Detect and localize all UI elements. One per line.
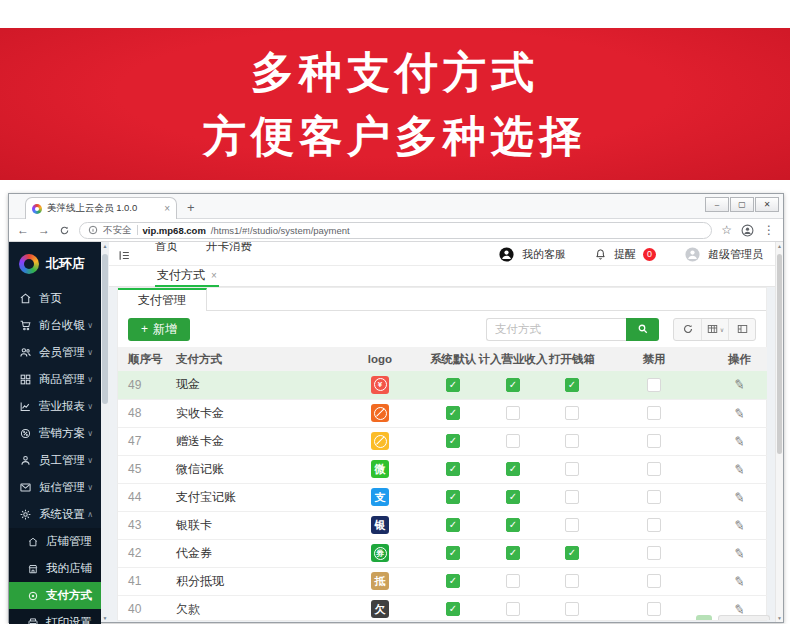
- system-default-checkbox[interactable]: [446, 462, 460, 476]
- pagination-partial-next[interactable]: [718, 615, 770, 620]
- search-input[interactable]: [486, 318, 626, 341]
- open-cashbox-checkbox[interactable]: [565, 602, 579, 616]
- tab-payment-management[interactable]: 支付管理: [118, 288, 207, 311]
- disabled-checkbox[interactable]: [647, 434, 661, 448]
- open-cashbox-checkbox[interactable]: [565, 434, 579, 448]
- system-default-checkbox[interactable]: [446, 574, 460, 588]
- disabled-checkbox[interactable]: [647, 406, 661, 420]
- disabled-checkbox[interactable]: [647, 378, 661, 392]
- edit-icon[interactable]: ✎: [733, 405, 746, 422]
- open-cashbox-checkbox[interactable]: [565, 406, 579, 420]
- notice-label[interactable]: 提醒: [614, 247, 636, 262]
- window-minimize-button[interactable]: –: [705, 197, 729, 212]
- table-row[interactable]: 42代金券券✎: [118, 539, 767, 567]
- layout-toggle-icon[interactable]: [728, 319, 755, 340]
- back-icon[interactable]: ←: [17, 223, 29, 237]
- tab-close-icon[interactable]: ×: [164, 203, 170, 214]
- browser-menu-icon[interactable]: ⋮: [763, 223, 775, 237]
- bookmark-star-icon[interactable]: ☆: [721, 223, 732, 237]
- open-cashbox-checkbox[interactable]: [565, 378, 579, 392]
- count-revenue-checkbox[interactable]: [506, 462, 520, 476]
- window-maximize-button[interactable]: ▢: [730, 197, 754, 212]
- scroll-up-icon[interactable]: ▲: [776, 242, 783, 250]
- system-default-checkbox[interactable]: [446, 378, 460, 392]
- admin-label[interactable]: 超级管理员: [708, 247, 763, 262]
- header-nav-home[interactable]: 首页: [155, 242, 178, 254]
- edit-icon[interactable]: ✎: [733, 489, 746, 506]
- disabled-checkbox[interactable]: [647, 462, 661, 476]
- sidebar-item-8[interactable]: 系统设置∧: [9, 501, 101, 528]
- new-tab-button[interactable]: +: [187, 200, 195, 215]
- sidebar-item-6[interactable]: 员工管理∨: [9, 447, 101, 474]
- edit-icon[interactable]: ✎: [733, 433, 746, 450]
- edit-icon[interactable]: ✎: [733, 376, 746, 393]
- table-row[interactable]: 41积分抵现抵✎: [118, 567, 767, 595]
- count-revenue-checkbox[interactable]: [506, 406, 520, 420]
- table-row[interactable]: 47赠送卡金✎: [118, 427, 767, 455]
- open-cashbox-checkbox[interactable]: [565, 574, 579, 588]
- sidebar-subitem-0[interactable]: 店铺管理: [9, 528, 101, 555]
- table-row[interactable]: 44支付宝记账支✎: [118, 483, 767, 511]
- open-cashbox-checkbox[interactable]: [565, 462, 579, 476]
- disabled-checkbox[interactable]: [647, 490, 661, 504]
- disabled-checkbox[interactable]: [647, 574, 661, 588]
- table-row[interactable]: 45微信记账微✎: [118, 455, 767, 483]
- open-cashbox-checkbox[interactable]: [565, 490, 579, 504]
- system-default-checkbox[interactable]: [446, 434, 460, 448]
- open-cashbox-checkbox[interactable]: [565, 518, 579, 532]
- count-revenue-checkbox[interactable]: [506, 546, 520, 560]
- table-row[interactable]: 40欠款欠✎: [118, 595, 767, 622]
- disabled-checkbox[interactable]: [647, 546, 661, 560]
- sidebar-scrollbar[interactable]: ▲ ▼: [101, 242, 109, 622]
- count-revenue-checkbox[interactable]: [506, 574, 520, 588]
- sidebar-item-3[interactable]: 商品管理∨: [9, 366, 101, 393]
- sidebar-item-4[interactable]: 营业报表∨: [9, 393, 101, 420]
- scroll-down-icon[interactable]: ▼: [101, 614, 109, 622]
- sidebar-subitem-2[interactable]: 支付方式: [9, 582, 101, 609]
- sidebar-scroll-thumb[interactable]: [102, 254, 108, 404]
- customer-service-label[interactable]: 我的客服: [522, 247, 566, 262]
- disabled-checkbox[interactable]: [647, 518, 661, 532]
- tab-payment-method[interactable]: 支付方式 ×: [155, 266, 219, 287]
- system-default-checkbox[interactable]: [446, 546, 460, 560]
- pagination-partial-active[interactable]: [696, 615, 712, 620]
- bell-icon[interactable]: [594, 248, 607, 261]
- refresh-icon[interactable]: [59, 225, 70, 236]
- count-revenue-checkbox[interactable]: [506, 378, 520, 392]
- search-button[interactable]: [626, 318, 659, 341]
- menu-fold-icon[interactable]: [118, 248, 131, 266]
- table-row[interactable]: 43银联卡银✎: [118, 511, 767, 539]
- edit-icon[interactable]: ✎: [733, 573, 746, 590]
- open-cashbox-checkbox[interactable]: [565, 546, 579, 560]
- scroll-down-icon[interactable]: ▼: [776, 614, 783, 622]
- browser-profile-icon[interactable]: [741, 224, 754, 237]
- system-default-checkbox[interactable]: [446, 406, 460, 420]
- window-close-button[interactable]: ✕: [755, 197, 779, 212]
- content-scroll-thumb[interactable]: [777, 254, 782, 454]
- address-bar[interactable]: 不安全 vip.mp68.com/htms1/#!/studio/system/…: [79, 222, 712, 239]
- count-revenue-checkbox[interactable]: [506, 602, 520, 616]
- forward-icon[interactable]: →: [38, 223, 50, 237]
- system-default-checkbox[interactable]: [446, 518, 460, 532]
- tab-close-icon[interactable]: ×: [211, 270, 217, 281]
- sidebar-item-1[interactable]: 前台收银∨: [9, 312, 101, 339]
- admin-avatar[interactable]: [684, 246, 701, 263]
- sidebar-item-0[interactable]: 首页: [9, 285, 101, 312]
- count-revenue-checkbox[interactable]: [506, 434, 520, 448]
- table-row[interactable]: 48实收卡金✎: [118, 399, 767, 427]
- sidebar-subitem-1[interactable]: 我的店铺: [9, 555, 101, 582]
- content-scrollbar[interactable]: ▲ ▼: [775, 242, 783, 622]
- columns-setting-icon[interactable]: ∨: [701, 319, 728, 340]
- edit-icon[interactable]: ✎: [733, 517, 746, 534]
- disabled-checkbox[interactable]: [647, 602, 661, 616]
- edit-icon[interactable]: ✎: [733, 545, 746, 562]
- customer-service-icon[interactable]: [498, 246, 515, 263]
- system-default-checkbox[interactable]: [446, 490, 460, 504]
- system-default-checkbox[interactable]: [446, 602, 460, 616]
- sidebar-item-5[interactable]: 营销方案∨: [9, 420, 101, 447]
- sidebar-item-7[interactable]: 短信管理∨: [9, 474, 101, 501]
- add-button[interactable]: + 新增: [128, 318, 190, 341]
- refresh-table-icon[interactable]: [674, 319, 701, 340]
- table-row[interactable]: 49现金¥✎: [118, 371, 767, 399]
- edit-icon[interactable]: ✎: [733, 461, 746, 478]
